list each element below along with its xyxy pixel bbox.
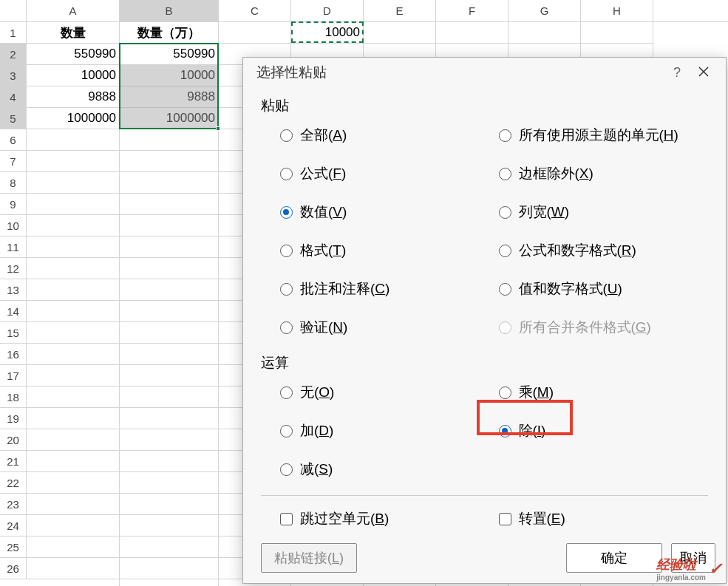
cell[interactable] [120,194,219,215]
col-header-C[interactable]: C [219,0,291,21]
cell-D1[interactable]: 10000 [291,22,364,44]
paste-radio-F[interactable]: 公式(F) [280,164,490,183]
cell-A3[interactable]: 10000 [27,65,120,86]
paste-radio-R[interactable]: 公式和数字格式(R) [499,241,709,260]
op-radio-M[interactable]: 乘(M) [499,383,709,402]
row-header[interactable]: 7 [0,151,27,172]
cell-B2[interactable]: 550990 [120,44,219,65]
paste-link-button[interactable]: 粘贴链接(L) [261,543,357,573]
dialog-titlebar[interactable]: 选择性粘贴 ? [243,58,726,87]
op-radio-D[interactable]: 加(D) [280,421,490,440]
skip-blanks-checkbox[interactable]: 跳过空单元(B) [280,509,490,528]
cell[interactable] [120,129,219,151]
row-header[interactable]: 15 [0,322,27,344]
cell[interactable] [27,429,120,451]
paste-radio-W[interactable]: 列宽(W) [499,202,709,222]
ok-button[interactable]: 确定 [566,543,662,573]
cell[interactable] [27,322,120,344]
cell[interactable] [120,515,219,536]
row-header[interactable]: 5 [0,108,27,129]
cell[interactable] [27,172,120,194]
col-header-D[interactable]: D [291,0,364,21]
cell[interactable] [120,322,219,344]
cell[interactable] [120,386,219,408]
paste-radio-X[interactable]: 边框除外(X) [499,164,709,183]
cell-B4[interactable]: 9888 [120,86,219,108]
cell[interactable] [27,579,120,586]
row-header[interactable]: 21 [0,451,27,472]
row-header[interactable]: 19 [0,408,27,429]
op-radio-I[interactable]: 除(I) [499,421,709,440]
cell[interactable] [27,451,120,472]
cell[interactable] [120,408,219,429]
cell[interactable] [120,472,219,494]
paste-radio-N[interactable]: 验证(N) [280,318,490,337]
row-header[interactable]: 26 [0,558,27,579]
row-header[interactable]: 23 [0,494,27,515]
cell[interactable] [27,386,120,408]
row-header[interactable]: 9 [0,194,27,215]
row-header[interactable]: 20 [0,429,27,451]
col-header-H[interactable]: H [581,0,653,21]
select-all-corner[interactable] [0,0,27,21]
cell[interactable] [27,151,120,172]
row-header[interactable]: 12 [0,258,27,279]
row-header[interactable]: 24 [0,515,27,536]
cell[interactable] [120,279,219,301]
cell-G1[interactable] [508,22,581,44]
cell[interactable] [27,129,120,151]
row-header[interactable]: 13 [0,279,27,301]
col-header-A[interactable]: A [27,0,120,21]
cell[interactable] [120,151,219,172]
cell[interactable] [120,215,219,236]
paste-radio-H[interactable]: 所有使用源主题的单元(H) [499,126,709,145]
op-radio-O[interactable]: 无(O) [280,383,490,402]
fill-handle[interactable] [216,126,220,131]
cell-B1[interactable]: 数量（万） [120,22,219,44]
close-button[interactable] [690,65,717,81]
cell-F1[interactable] [436,22,508,44]
row-header[interactable]: 25 [0,536,27,558]
cell[interactable] [27,236,120,258]
cell[interactable] [27,301,120,322]
row-header[interactable]: 14 [0,301,27,322]
cell[interactable] [120,344,219,365]
row-header[interactable]: 22 [0,472,27,494]
row-header[interactable]: 11 [0,236,27,258]
row-header[interactable]: 3 [0,65,27,86]
cell[interactable] [27,215,120,236]
cell-A5[interactable]: 1000000 [27,108,120,129]
cell-E1[interactable] [364,22,436,44]
row-header[interactable]: 8 [0,172,27,194]
paste-radio-U[interactable]: 值和数字格式(U) [499,279,709,299]
op-radio-S[interactable]: 减(S) [280,460,490,479]
cell[interactable] [120,301,219,322]
cell[interactable] [120,258,219,279]
cell[interactable] [120,558,219,579]
cell-H1[interactable] [581,22,653,44]
col-header-G[interactable]: G [508,0,581,21]
paste-radio-A[interactable]: 全部(A) [280,126,490,145]
transpose-checkbox[interactable]: 转置(E) [499,509,709,528]
row-header[interactable]: 6 [0,129,27,151]
col-header-E[interactable]: E [364,0,436,21]
cell-B5[interactable]: 1000000 [120,108,219,129]
cell-A2[interactable]: 550990 [27,44,120,65]
row-header[interactable]: 10 [0,215,27,236]
row-header[interactable]: 17 [0,365,27,386]
cell[interactable] [120,429,219,451]
cell[interactable] [120,236,219,258]
cell[interactable] [27,472,120,494]
cell[interactable] [120,536,219,558]
col-header-B[interactable]: B [120,0,219,21]
cell[interactable] [27,515,120,536]
cell[interactable] [120,494,219,515]
row-header[interactable]: 2 [0,44,27,65]
row-header[interactable]: 18 [0,386,27,408]
paste-radio-V[interactable]: 数值(V) [280,202,490,222]
cell[interactable] [120,451,219,472]
col-header-F[interactable]: F [436,0,508,21]
cell-A1[interactable]: 数量 [27,22,120,44]
cell[interactable] [27,194,120,215]
cell[interactable] [120,365,219,386]
